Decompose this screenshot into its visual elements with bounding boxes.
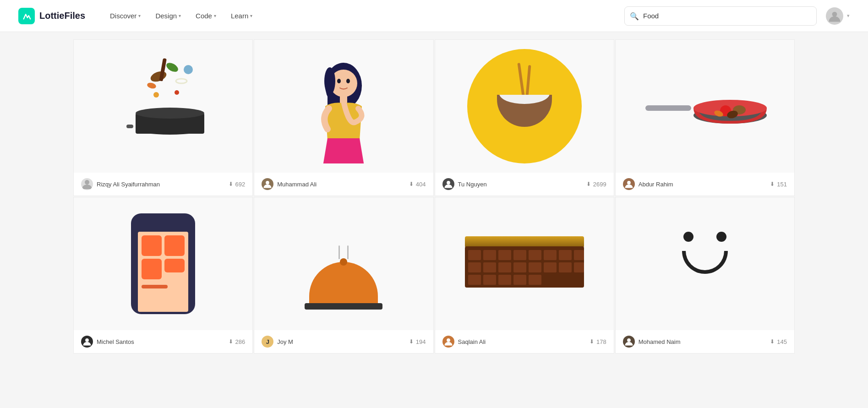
download-icon-7: ⬇ <box>590 338 594 345</box>
nav: Discover ▾ Design ▾ Code ▾ Learn ▾ <box>104 8 624 23</box>
card-downloads-1: ⬇ 692 <box>229 181 246 188</box>
search-wrap: 🔍 <box>624 6 817 26</box>
card-footer-4: Abdur Rahim ⬇ 151 <box>616 173 794 196</box>
svg-rect-45 <box>468 262 481 272</box>
svg-point-7 <box>147 82 157 90</box>
chevron-down-icon: ▾ <box>138 13 141 18</box>
smiley-eyes <box>668 232 742 242</box>
card-preview-2 <box>254 40 433 173</box>
card-5[interactable]: Michel Santos ⬇ 286 <box>73 197 253 354</box>
search-input[interactable] <box>624 6 817 26</box>
card-downloads-8: ⬇ 145 <box>770 338 787 345</box>
svg-point-21 <box>340 93 345 99</box>
author-name-6: Joy M <box>277 338 293 345</box>
author-name-4: Abdur Rahim <box>639 181 673 188</box>
svg-rect-37 <box>468 250 481 260</box>
author-name-8: Mohamed Naim <box>639 338 681 345</box>
card-2[interactable]: Muhammad Ali ⬇ 404 <box>254 39 433 196</box>
cloche-scene <box>302 218 385 310</box>
svg-point-13 <box>85 180 89 185</box>
svg-rect-43 <box>559 250 572 260</box>
svg-rect-55 <box>498 275 511 285</box>
svg-rect-46 <box>483 262 496 272</box>
card-author-6: J Joy M <box>262 336 293 348</box>
download-icon-8: ⬇ <box>770 338 775 345</box>
card-7[interactable]: Saqlain Ali ⬇ 178 <box>435 197 614 354</box>
svg-rect-54 <box>483 275 496 285</box>
card-preview-5 <box>74 197 252 330</box>
download-icon-4: ⬇ <box>770 181 775 187</box>
phone-screen <box>138 232 188 312</box>
svg-rect-47 <box>498 262 511 272</box>
cloche-knob <box>340 258 347 266</box>
card-downloads-6: ⬇ 194 <box>409 338 426 345</box>
card-downloads-3: ⬇ 2699 <box>586 181 606 188</box>
logo[interactable]: LottieFiles <box>18 8 85 24</box>
card-author-8: Mohamed Naim <box>623 336 681 348</box>
card-1[interactable]: Rizqy Ali Syaifurrahman ⬇ 692 <box>73 39 253 196</box>
card-footer-8: Mohamed Naim ⬇ 145 <box>616 330 794 353</box>
rice-top <box>499 95 550 104</box>
smiley-eye-left <box>683 232 693 242</box>
svg-rect-23 <box>517 63 525 99</box>
card-preview-4 <box>616 40 794 173</box>
download-icon-3: ⬇ <box>586 181 591 187</box>
svg-rect-9 <box>159 58 167 82</box>
download-icon-5: ⬇ <box>229 338 233 345</box>
card-3[interactable]: Tu Nguyen ⬇ 2699 <box>435 39 614 196</box>
svg-point-10 <box>184 65 193 74</box>
card-author-4: Abdur Rahim <box>623 178 673 190</box>
cloche-plate <box>305 303 382 310</box>
choco-svg <box>463 236 586 291</box>
nav-item-discover[interactable]: Discover ▾ <box>104 8 147 23</box>
svg-rect-56 <box>513 275 526 285</box>
svg-point-33 <box>627 181 631 185</box>
svg-rect-44 <box>574 250 584 260</box>
author-name-2: Muhammad Ali <box>277 181 317 188</box>
svg-point-4 <box>136 108 204 119</box>
smiley-smile <box>682 251 728 274</box>
chevron-down-icon: ▾ <box>214 13 216 18</box>
user-area[interactable]: ▾ <box>826 7 850 25</box>
svg-point-8 <box>176 79 187 83</box>
user-chevron-icon: ▾ <box>847 13 850 19</box>
author-avatar-6: J <box>262 336 273 348</box>
card-downloads-7: ⬇ 178 <box>590 338 606 345</box>
svg-rect-35 <box>465 236 584 248</box>
main-content: Rizqy Ali Syaifurrahman ⬇ 692 <box>0 32 868 361</box>
svg-rect-39 <box>498 250 511 260</box>
card-8[interactable]: Mohamed Naim ⬇ 145 <box>615 197 795 354</box>
card-footer-3: Tu Nguyen ⬇ 2699 <box>435 173 614 196</box>
svg-rect-50 <box>544 262 557 272</box>
card-4[interactable]: Abdur Rahim ⬇ 151 <box>615 39 795 196</box>
author-avatar-5 <box>81 336 93 348</box>
svg-point-59 <box>627 338 631 342</box>
card-author-5: Michel Santos <box>81 336 134 348</box>
card-author-3: Tu Nguyen <box>442 178 487 190</box>
svg-point-11 <box>153 92 159 98</box>
download-icon-6: ⬇ <box>409 338 414 345</box>
svg-rect-26 <box>645 105 691 111</box>
app-square-4 <box>164 259 185 272</box>
card-6[interactable]: J Joy M ⬇ 194 <box>254 197 433 354</box>
svg-point-58 <box>447 338 450 342</box>
nav-item-code[interactable]: Code ▾ <box>189 8 223 23</box>
svg-rect-51 <box>559 262 572 272</box>
yellow-circle <box>467 49 582 163</box>
svg-rect-1 <box>126 125 133 128</box>
card-author-7: Saqlain Ali <box>442 336 486 348</box>
card-preview-8 <box>616 197 794 330</box>
author-avatar-3 <box>442 178 454 190</box>
nav-item-design[interactable]: Design ▾ <box>149 8 187 23</box>
chevron-down-icon: ▾ <box>179 13 181 18</box>
author-name-5: Michel Santos <box>97 338 134 345</box>
logo-text: LottieFiles <box>39 11 85 21</box>
svg-point-19 <box>346 79 350 83</box>
svg-point-12 <box>175 90 179 95</box>
phone-body <box>131 213 195 314</box>
svg-rect-52 <box>574 262 584 272</box>
download-icon-1: ⬇ <box>229 181 233 187</box>
nav-item-learn[interactable]: Learn ▾ <box>224 8 259 23</box>
app-square-2 <box>164 235 185 256</box>
card-footer-5: Michel Santos ⬇ 286 <box>74 330 252 353</box>
